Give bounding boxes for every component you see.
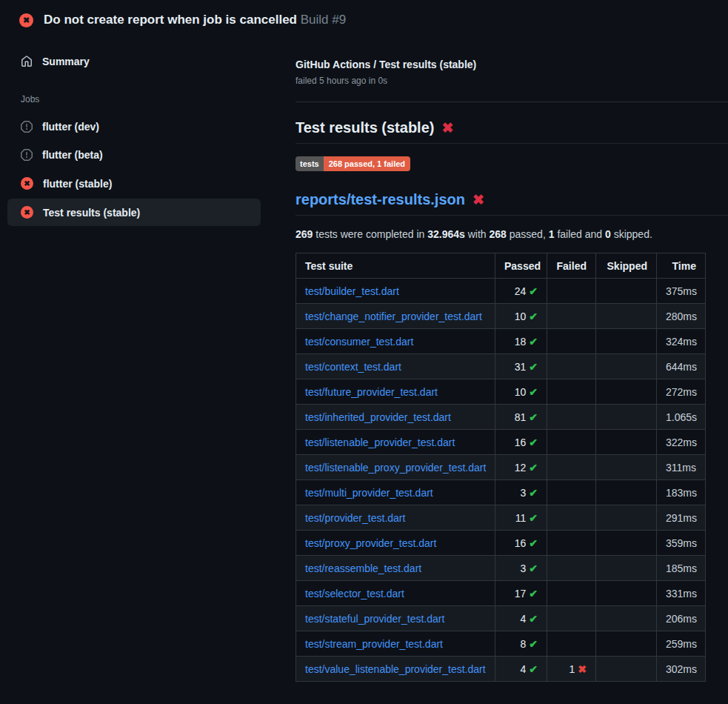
test-suite-link[interactable]: test/builder_test.dart — [305, 285, 399, 297]
job-label: Test results (stable) — [43, 207, 140, 219]
page-header: ✖ Do not create report when job is cance… — [0, 0, 728, 36]
test-suite-link[interactable]: test/reassemble_test.dart — [305, 562, 421, 574]
test-suite-link[interactable]: test/context_test.dart — [305, 361, 401, 373]
skipped-cell — [596, 379, 657, 405]
page-title: Do not create report when job is cancell… — [44, 13, 346, 27]
table-header-row: Test suite Passed Failed Skipped Time — [296, 253, 706, 279]
sidebar-item-flutter-beta[interactable]: flutter (beta) — [7, 142, 261, 168]
sidebar-item-flutter-dev[interactable]: flutter (dev) — [7, 113, 261, 140]
passed-cell: 31✔ — [495, 354, 547, 379]
check-icon: ✔ — [529, 386, 538, 398]
passed-cell-count: 10 — [515, 386, 527, 398]
check-icon: ✔ — [529, 663, 538, 675]
summary-text: tests were completed in — [313, 228, 427, 240]
passed-cell: 18✔ — [495, 329, 547, 354]
test-suite-cell: test/context_test.dart — [296, 354, 495, 379]
cancelled-icon — [21, 149, 33, 161]
time-cell: 311ms — [657, 455, 706, 480]
failed-cell — [547, 329, 596, 354]
cross-mark-icon: ✖ — [441, 121, 453, 135]
summary-number: 268 — [490, 228, 507, 240]
test-suite-link[interactable]: test/consumer_test.dart — [305, 336, 413, 348]
check-icon: ✔ — [529, 361, 538, 373]
passed-cell: 81✔ — [495, 405, 547, 430]
test-suite-cell: test/reassemble_test.dart — [296, 556, 495, 581]
skipped-cell — [596, 455, 657, 480]
summary-text: failed and — [555, 228, 606, 240]
test-suite-link[interactable]: test/stateful_provider_test.dart — [305, 613, 444, 625]
test-suite-link[interactable]: test/listenable_proxy_provider_test.dart — [305, 462, 486, 474]
time-cell: 302ms — [657, 657, 706, 682]
test-suite-link[interactable]: test/stream_provider_test.dart — [305, 638, 443, 650]
time-cell: 324ms — [657, 329, 706, 354]
test-suite-link[interactable]: test/listenable_provider_test.dart — [305, 436, 455, 448]
check-run-title: GitHub Actions / Test results (stable) — [295, 59, 728, 70]
summary-sentence: 269 tests were completed in 32.964s with… — [295, 228, 728, 240]
passed-cell: 12✔ — [495, 455, 547, 480]
sidebar-item-summary[interactable]: Summary — [7, 50, 261, 73]
table-row: test/change_notifier_provider_test.dart1… — [296, 304, 706, 329]
summary-text: passed, — [507, 228, 549, 240]
table-row: test/consumer_test.dart18✔324ms — [296, 329, 706, 354]
table-row: test/stateful_provider_test.dart4✔206ms — [296, 606, 706, 631]
test-suite-link[interactable]: test/inherited_provider_test.dart — [305, 411, 451, 423]
skipped-cell — [596, 556, 657, 581]
test-suite-link[interactable]: test/multi_provider_test.dart — [305, 487, 433, 499]
passed-cell-count: 8 — [520, 638, 526, 650]
check-icon: ✔ — [529, 512, 538, 524]
check-icon: ✔ — [529, 487, 538, 499]
job-label: flutter (beta) — [42, 149, 103, 161]
failed-cell — [547, 581, 596, 606]
time-cell: 359ms — [657, 531, 706, 556]
test-suite-cell: test/future_provider_test.dart — [296, 379, 495, 405]
test-suite-link[interactable]: test/future_provider_test.dart — [305, 386, 438, 398]
table-row: test/proxy_provider_test.dart16✔359ms — [296, 531, 706, 556]
failed-cell — [547, 430, 596, 455]
header-divider — [295, 102, 728, 102]
time-cell: 322ms — [657, 430, 706, 455]
skipped-cell — [596, 279, 657, 304]
failed-cell — [547, 279, 596, 304]
test-suite-link[interactable]: test/selector_test.dart — [305, 588, 404, 600]
check-icon: ✔ — [529, 638, 538, 650]
cancelled-icon — [21, 121, 33, 133]
test-suite-link[interactable]: test/value_listenable_provider_test.dart — [305, 663, 486, 675]
test-suite-link[interactable]: test/provider_test.dart — [305, 512, 405, 524]
job-label: flutter (stable) — [43, 178, 112, 190]
test-suite-cell: test/multi_provider_test.dart — [296, 480, 495, 505]
check-icon: ✔ — [529, 462, 538, 474]
skipped-cell — [596, 531, 657, 556]
skipped-cell — [596, 354, 657, 379]
badge-label: tests — [295, 156, 324, 171]
time-cell: 291ms — [657, 505, 706, 531]
passed-cell: 10✔ — [495, 304, 547, 329]
column-header-time: Time — [657, 253, 706, 279]
passed-cell-count: 3 — [520, 562, 526, 574]
test-suite-cell: test/inherited_provider_test.dart — [296, 405, 495, 430]
test-suite-link[interactable]: test/proxy_provider_test.dart — [305, 537, 436, 549]
table-row: test/selector_test.dart17✔331ms — [296, 581, 706, 606]
sidebar-item-flutter-stable[interactable]: ✖ flutter (stable) — [7, 170, 261, 197]
job-label: flutter (dev) — [42, 121, 99, 133]
report-heading: reports/test-results.json ✖ — [295, 191, 728, 216]
report-file-link[interactable]: reports/test-results.json — [295, 191, 465, 208]
failed-cell — [547, 505, 596, 531]
failed-cell — [547, 631, 596, 657]
check-icon: ✔ — [529, 613, 538, 625]
check-run-name: Do not create report when job is cancell… — [44, 13, 297, 27]
test-suite-cell: test/listenable_proxy_provider_test.dart — [296, 455, 495, 480]
test-suite-link[interactable]: test/change_notifier_provider_test.dart — [305, 311, 482, 322]
test-suite-cell: test/stream_provider_test.dart — [296, 631, 495, 657]
passed-cell: 16✔ — [495, 531, 547, 556]
passed-cell-count: 81 — [515, 411, 527, 423]
section-heading: Test results (stable) ✖ — [295, 119, 728, 144]
time-cell: 185ms — [657, 556, 706, 581]
table-row: test/provider_test.dart11✔291ms — [296, 505, 706, 531]
passed-cell-count: 24 — [515, 285, 527, 297]
time-cell: 375ms — [657, 279, 706, 304]
cross-mark-icon: ✖ — [472, 193, 484, 207]
test-suite-cell: test/change_notifier_provider_test.dart — [296, 304, 495, 329]
failed-icon: ✖ — [21, 206, 33, 219]
table-row: test/builder_test.dart24✔375ms — [296, 279, 706, 304]
sidebar-item-test-results-stable[interactable]: ✖ Test results (stable) — [7, 199, 261, 226]
